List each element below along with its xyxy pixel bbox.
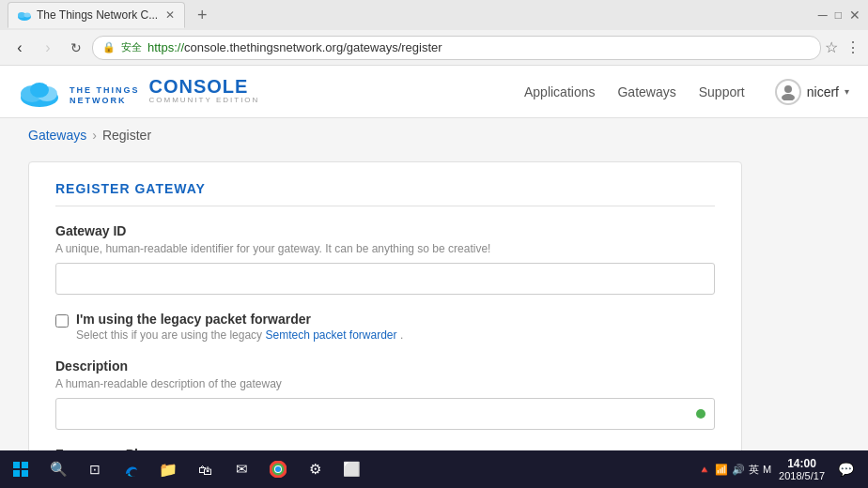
tab-favicon	[18, 8, 31, 22]
gateway-id-description: A unique, human-readable identifier for …	[55, 242, 715, 255]
description-input[interactable]	[55, 398, 715, 430]
time-display: 14:00	[779, 457, 825, 470]
sys-tray: 🔺 📶 🔊 英 M	[698, 463, 771, 477]
gateway-id-group: Gateway ID A unique, human-readable iden…	[55, 223, 715, 295]
user-chevron-icon: ▾	[845, 86, 849, 97]
tab-bar: The Things Network C... ✕ + ─ □ ✕	[0, 0, 868, 30]
network-icon: 🔺	[698, 464, 711, 476]
main-content: REGISTER GATEWAY Gateway ID A unique, hu…	[0, 152, 868, 488]
explorer-taskbar-btn[interactable]: 📁	[150, 451, 186, 487]
username: nicerf	[807, 84, 839, 99]
taskbar-right: 🔺 📶 🔊 英 M 14:00 2018/5/17 💬	[698, 456, 866, 482]
svg-point-8	[782, 94, 795, 100]
ime-en-icon: 英	[749, 463, 759, 477]
tab-close-btn[interactable]: ✕	[165, 8, 175, 22]
date-display: 2018/5/17	[779, 470, 825, 481]
url-bar[interactable]: 🔒 安全 https://console.thethingsnetwork.or…	[92, 36, 821, 60]
legacy-checkbox-group: I'm using the legacy packet forwarder Se…	[55, 312, 715, 342]
search-taskbar-btn[interactable]: 🔍	[40, 451, 76, 487]
description-desc: A human-readable description of the gate…	[55, 377, 715, 390]
description-input-wrapper	[55, 398, 715, 430]
description-group: Description A human-readable description…	[55, 358, 715, 430]
breadcrumb-separator: ›	[92, 128, 97, 143]
breadcrumb-gateways[interactable]: Gateways	[28, 128, 86, 143]
start-button[interactable]	[2, 451, 39, 487]
volume-icon: 🔊	[732, 464, 745, 476]
user-avatar	[775, 79, 801, 105]
register-card: REGISTER GATEWAY Gateway ID A unique, hu…	[28, 161, 742, 488]
address-bar: ‹ › ↻ 🔒 安全 https://console.thethingsnetw…	[0, 30, 868, 66]
breadcrumb: Gateways › Register	[0, 118, 868, 152]
ttn-logo-texts: THE THINGS NETWORK CONSOLE COMMUNITY EDI…	[70, 77, 259, 106]
url-text: https://console.thethingsnetwork.org/gat…	[147, 40, 442, 54]
edge-taskbar-btn[interactable]	[114, 451, 149, 487]
ttn-header: THE THINGS NETWORK CONSOLE COMMUNITY EDI…	[0, 66, 868, 118]
ttn-nav: Applications Gateways Support nicerf ▾	[524, 79, 849, 105]
back-btn[interactable]: ‹	[8, 36, 32, 60]
user-menu[interactable]: nicerf ▾	[775, 79, 849, 105]
ttn-logo: THE THINGS NETWORK CONSOLE COMMUNITY EDI…	[19, 77, 259, 107]
ttn-console-text: CONSOLE	[149, 77, 260, 96]
active-tab[interactable]: The Things Network C... ✕	[8, 2, 185, 28]
legacy-label: I'm using the legacy packet forwarder	[76, 312, 403, 327]
notification-btn[interactable]: 💬	[832, 456, 859, 482]
restore-btn[interactable]: □	[835, 8, 842, 22]
window-controls: ─ □ ✕	[818, 8, 860, 23]
gateway-id-input[interactable]	[55, 263, 715, 295]
svg-rect-12	[22, 470, 28, 477]
svg-rect-9	[13, 462, 20, 468]
semtech-link[interactable]: Semtech packet forwarder	[265, 328, 396, 342]
legacy-checkbox[interactable]	[55, 314, 69, 328]
close-btn[interactable]: ✕	[849, 8, 860, 23]
ime-m-icon: M	[763, 464, 771, 475]
secure-label: 安全	[121, 40, 142, 54]
breadcrumb-register: Register	[102, 128, 151, 143]
uwp-taskbar-btn[interactable]: ⬜	[333, 451, 369, 487]
svg-rect-11	[13, 470, 20, 477]
browser-chrome: The Things Network C... ✕ + ─ □ ✕ ‹ › ↻ …	[0, 0, 868, 66]
ttn-community-edition: COMMUNITY EDITION	[149, 96, 260, 105]
nav-applications[interactable]: Applications	[524, 84, 596, 99]
reload-btn[interactable]: ↻	[64, 36, 88, 60]
input-valid-indicator	[696, 409, 705, 419]
bookmark-star[interactable]: ☆	[825, 38, 838, 56]
settings-taskbar-btn[interactable]: ⚙	[297, 451, 333, 487]
wifi-icon: 📶	[715, 464, 728, 476]
svg-rect-10	[22, 462, 28, 468]
clock[interactable]: 14:00 2018/5/17	[779, 457, 825, 481]
taskbar: 🔍 ⊡ 📁 🛍 ✉ ⚙ ⬜ 🔺 📶 🔊 英 M 1	[0, 450, 868, 488]
nav-gateways[interactable]: Gateways	[617, 84, 675, 99]
description-label: Description	[55, 358, 715, 374]
ttn-network: NETWORK	[70, 96, 140, 106]
svg-point-2	[24, 13, 31, 18]
tab-title: The Things Network C...	[37, 8, 158, 22]
minimize-btn[interactable]: ─	[818, 8, 828, 23]
svg-point-7	[784, 85, 792, 93]
legacy-description: Select this if you are using the legacy …	[76, 328, 403, 342]
gateway-id-label: Gateway ID	[55, 223, 715, 238]
task-view-btn[interactable]: ⊡	[77, 451, 113, 487]
store-taskbar-btn[interactable]: 🛍	[187, 451, 223, 487]
ttn-the-things: THE THINGS	[70, 85, 140, 96]
chrome-taskbar-btn[interactable]	[260, 451, 296, 487]
menu-icon[interactable]: ⋮	[845, 38, 860, 56]
lock-icon: 🔒	[102, 41, 116, 53]
new-tab-btn[interactable]: +	[189, 2, 215, 28]
mail-taskbar-btn[interactable]: ✉	[224, 451, 259, 487]
forward-btn[interactable]: ›	[36, 36, 60, 60]
nav-support[interactable]: Support	[699, 84, 745, 99]
ttn-cloud-icon	[19, 77, 60, 107]
register-title: REGISTER GATEWAY	[55, 181, 715, 206]
svg-point-16	[275, 466, 281, 472]
svg-point-6	[30, 83, 49, 98]
